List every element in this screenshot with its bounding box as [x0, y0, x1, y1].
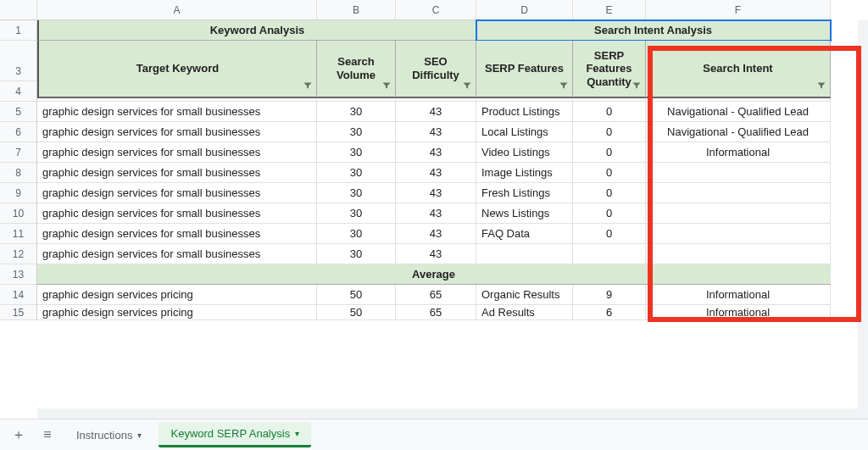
cell-qty[interactable]: 0 — [573, 224, 646, 244]
cell-volume[interactable]: 50 — [317, 285, 396, 305]
cell-qty[interactable]: 0 — [573, 183, 646, 203]
cell-qty[interactable]: 9 — [573, 285, 646, 305]
cell-difficulty[interactable]: 65 — [396, 285, 476, 305]
cell-volume[interactable]: 30 — [317, 224, 396, 244]
cell-keyword[interactable]: graphic design services for small busine… — [37, 102, 317, 122]
row-header-10[interactable]: 10 — [0, 203, 37, 224]
row-header-15[interactable]: 15 — [0, 305, 37, 320]
header-search-intent-analysis[interactable]: Search Intent Analysis — [476, 20, 831, 41]
row-header-11[interactable]: 11 — [0, 224, 37, 244]
subheader-search-volume[interactable]: Search Volume — [317, 41, 396, 98]
subheader-serp-features-quantity[interactable]: SERP Features Quantity — [573, 41, 646, 98]
cell-qty[interactable]: 6 — [573, 305, 646, 320]
cell-volume[interactable]: 30 — [317, 122, 396, 142]
cell-qty[interactable]: 0 — [573, 122, 646, 142]
cell-feature[interactable]: News Listings — [476, 203, 573, 224]
cell-intent[interactable] — [646, 244, 831, 264]
cell-volume[interactable]: 30 — [317, 244, 396, 264]
cell-difficulty[interactable]: 43 — [396, 142, 476, 163]
cell-keyword[interactable]: graphic design services for small busine… — [37, 183, 317, 203]
row-header-6[interactable]: 6 — [0, 122, 37, 142]
cell-intent[interactable] — [646, 203, 831, 224]
col-header-E[interactable]: E — [573, 0, 646, 20]
cell-keyword[interactable]: graphic design services for small busine… — [37, 224, 317, 244]
all-sheets-menu-button[interactable]: ≡ — [36, 424, 59, 446]
col-header-C[interactable]: C — [396, 0, 476, 20]
horizontal-scrollbar[interactable] — [37, 408, 858, 419]
cell-volume[interactable]: 30 — [317, 102, 396, 122]
row-header-7[interactable]: 7 — [0, 142, 37, 163]
cell-difficulty[interactable]: 43 — [396, 203, 476, 224]
cell-keyword[interactable]: graphic design services for small busine… — [37, 203, 317, 224]
row-header-5[interactable]: 5 — [0, 102, 37, 122]
cell-qty[interactable] — [573, 244, 646, 264]
cell-feature[interactable]: FAQ Data — [476, 224, 573, 244]
cell-intent[interactable]: Navigational - Qualified Lead — [646, 122, 831, 142]
filter-icon[interactable] — [462, 81, 472, 93]
cell-difficulty[interactable]: 43 — [396, 102, 476, 122]
cell-intent[interactable] — [646, 183, 831, 203]
cell-difficulty[interactable]: 43 — [396, 163, 476, 183]
cell-volume[interactable]: 30 — [317, 163, 396, 183]
col-header-B[interactable]: B — [317, 0, 396, 20]
cell-qty[interactable]: 0 — [573, 203, 646, 224]
col-header-F[interactable]: F — [646, 0, 831, 20]
cell-volume[interactable]: 30 — [317, 142, 396, 163]
subheader-seo-difficulty[interactable]: SEO Difficulty — [396, 41, 476, 98]
row-header-4[interactable]: 4 — [0, 81, 37, 102]
tab-instructions[interactable]: Instructions ▾ — [64, 422, 153, 447]
cell-volume[interactable]: 30 — [317, 183, 396, 203]
cell-volume[interactable]: 30 — [317, 203, 396, 224]
cell-feature[interactable]: Image Listings — [476, 163, 573, 183]
filter-icon[interactable] — [816, 81, 826, 93]
cell-feature[interactable] — [476, 244, 573, 264]
select-all-corner[interactable] — [0, 0, 37, 20]
header-keyword-analysis[interactable]: Keyword Analysis — [37, 20, 476, 41]
tab-keyword-serp-analysis[interactable]: Keyword SERP Analysis ▾ — [159, 422, 311, 447]
row-header-9[interactable]: 9 — [0, 183, 37, 203]
row-header-1[interactable]: 1 — [0, 20, 37, 41]
vertical-scrollbar[interactable] — [858, 20, 868, 419]
cell-intent[interactable] — [646, 163, 831, 183]
row-header-8[interactable]: 8 — [0, 163, 37, 183]
cell-feature[interactable]: Video Listings — [476, 142, 573, 163]
cell-intent[interactable]: Informational — [646, 285, 831, 305]
subheader-serp-features[interactable]: SERP Features — [476, 41, 573, 98]
cell-volume[interactable]: 50 — [317, 305, 396, 320]
cell-difficulty[interactable]: 43 — [396, 183, 476, 203]
cell-keyword[interactable]: graphic design services for small busine… — [37, 122, 317, 142]
col-header-D[interactable]: D — [476, 0, 573, 20]
filter-icon[interactable] — [381, 81, 392, 93]
cell-difficulty[interactable]: 43 — [396, 244, 476, 264]
cell-difficulty[interactable]: 43 — [396, 122, 476, 142]
row-header-3[interactable]: 3 — [0, 61, 37, 81]
cell-keyword[interactable]: graphic design services pricing — [37, 285, 317, 305]
subheader-target-keyword[interactable]: Target Keyword — [37, 41, 317, 98]
cell-keyword[interactable]: graphic design services for small busine… — [37, 163, 317, 183]
row-header-12[interactable]: 12 — [0, 244, 37, 264]
cell-feature[interactable]: Local Listings — [476, 122, 573, 142]
cell-intent[interactable]: Navigational - Qualified Lead — [646, 102, 831, 122]
spreadsheet-grid[interactable]: A B C D E F 1 Keyword Analysis Search In… — [0, 0, 868, 325]
row-header-13[interactable]: 13 — [0, 264, 37, 285]
cell-difficulty[interactable]: 43 — [396, 224, 476, 244]
cell-feature[interactable]: Organic Results — [476, 285, 573, 305]
cell-feature[interactable]: Ad Results — [476, 305, 573, 320]
cell-intent[interactable]: Informational — [646, 142, 831, 163]
cell-keyword[interactable]: graphic design services for small busine… — [37, 244, 317, 264]
filter-icon[interactable] — [303, 81, 313, 93]
subheader-search-intent[interactable]: Search Intent — [646, 41, 831, 98]
filter-icon[interactable] — [559, 81, 569, 93]
cell-intent[interactable]: Informational — [646, 305, 831, 320]
cell-keyword[interactable]: graphic design services pricing — [37, 305, 317, 320]
cell-feature[interactable]: Fresh Listings — [476, 183, 573, 203]
col-header-A[interactable]: A — [37, 0, 317, 20]
cell-qty[interactable]: 0 — [573, 102, 646, 122]
cell-difficulty[interactable]: 65 — [396, 305, 476, 320]
filter-icon[interactable] — [632, 81, 642, 93]
cell-keyword[interactable]: graphic design services for small busine… — [37, 142, 317, 163]
row-header-14[interactable]: 14 — [0, 285, 37, 305]
average-row-label[interactable]: Average — [37, 264, 831, 285]
cell-feature[interactable]: Product Listings — [476, 102, 573, 122]
cell-intent[interactable] — [646, 224, 831, 244]
